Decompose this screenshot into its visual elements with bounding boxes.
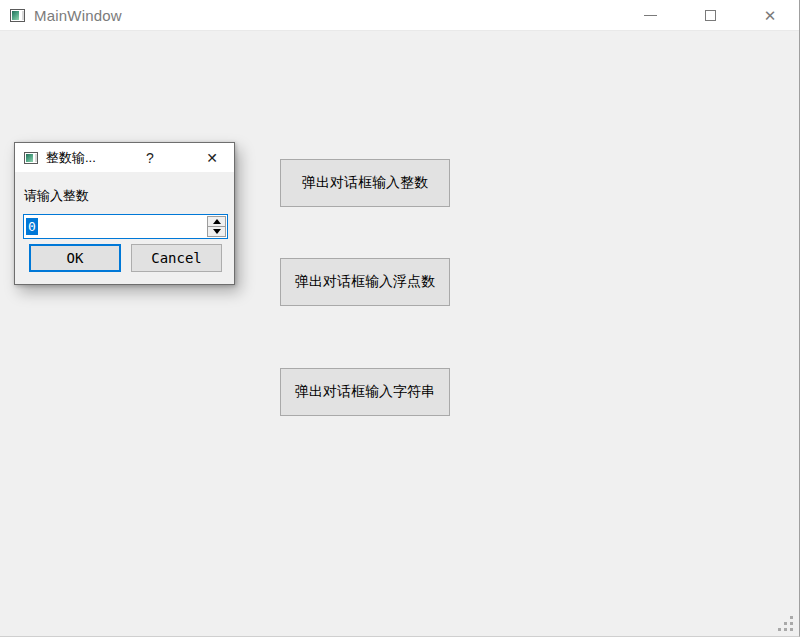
- minimize-button[interactable]: [620, 0, 680, 31]
- dialog-window-icon: [24, 152, 38, 164]
- dialog-title: 整数输...: [46, 149, 96, 167]
- integer-spinbox[interactable]: 0: [23, 214, 228, 239]
- dialog-help-button[interactable]: ?: [137, 143, 163, 172]
- maximize-button[interactable]: [680, 0, 740, 31]
- arrow-up-icon: [213, 219, 221, 224]
- help-icon: ?: [146, 150, 154, 166]
- arrow-down-icon: [213, 229, 221, 234]
- close-button[interactable]: ✕: [740, 0, 800, 31]
- minimize-icon: [644, 15, 657, 16]
- ok-button[interactable]: OK: [29, 244, 121, 272]
- open-float-dialog-button[interactable]: 弹出对话框输入浮点数: [280, 258, 450, 306]
- resize-grip[interactable]: [778, 616, 793, 631]
- spin-buttons: [207, 216, 226, 237]
- int-input-dialog: 整数输... ? ✕ 请输入整数 0 OK Cancel: [14, 142, 235, 285]
- app-window-icon: [10, 9, 25, 22]
- open-int-dialog-button[interactable]: 弹出对话框输入整数: [280, 159, 450, 207]
- maximize-icon: [705, 10, 716, 21]
- spin-down-button[interactable]: [207, 226, 226, 237]
- dialog-close-button[interactable]: ✕: [198, 143, 226, 172]
- cancel-button[interactable]: Cancel: [131, 244, 222, 272]
- prompt-label: 请输入整数: [24, 187, 89, 205]
- close-icon: ✕: [206, 150, 218, 166]
- dialog-titlebar[interactable]: 整数输... ? ✕: [15, 143, 234, 172]
- open-string-dialog-button[interactable]: 弹出对话框输入字符串: [280, 368, 450, 416]
- window-title: MainWindow: [34, 7, 122, 24]
- spinbox-value: 0: [26, 218, 38, 235]
- close-icon: ✕: [764, 8, 777, 23]
